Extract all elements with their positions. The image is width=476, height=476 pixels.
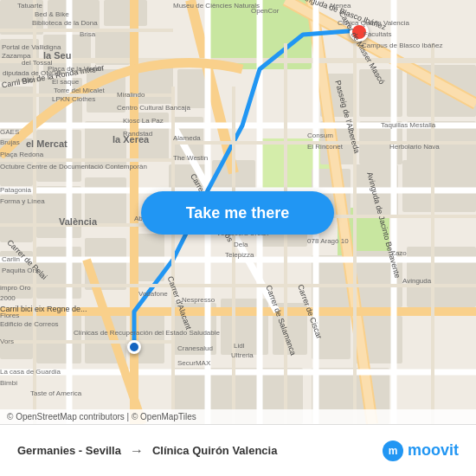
bottom-bar: Germanies - Sevilla → Clínica Quirón Val… bbox=[0, 424, 476, 476]
moovit-logo: m moovit bbox=[383, 441, 459, 461]
route-info: Germanies - Sevilla → Clínica Quirón Val… bbox=[17, 443, 277, 459]
destination-marker bbox=[350, 23, 369, 42]
route-to: Clínica Quirón Valencia bbox=[152, 444, 278, 457]
origin-marker bbox=[127, 340, 141, 354]
copyright-bar: © OpenStreetMap contributors | © OpenMap… bbox=[0, 409, 476, 424]
moovit-brand-name: moovit bbox=[408, 441, 459, 460]
route-from: Germanies - Sevilla bbox=[17, 444, 121, 457]
route-arrow: → bbox=[130, 443, 144, 459]
moovit-icon: m bbox=[383, 441, 403, 461]
copyright-text: © OpenStreetMap contributors | © OpenMap… bbox=[7, 412, 196, 421]
take-me-there-button[interactable]: Take me there bbox=[141, 191, 334, 235]
destination-marker-circle bbox=[350, 23, 369, 42]
map-container: Avinguda de Blasco Ibáñez Carrer de Miss… bbox=[0, 0, 476, 424]
